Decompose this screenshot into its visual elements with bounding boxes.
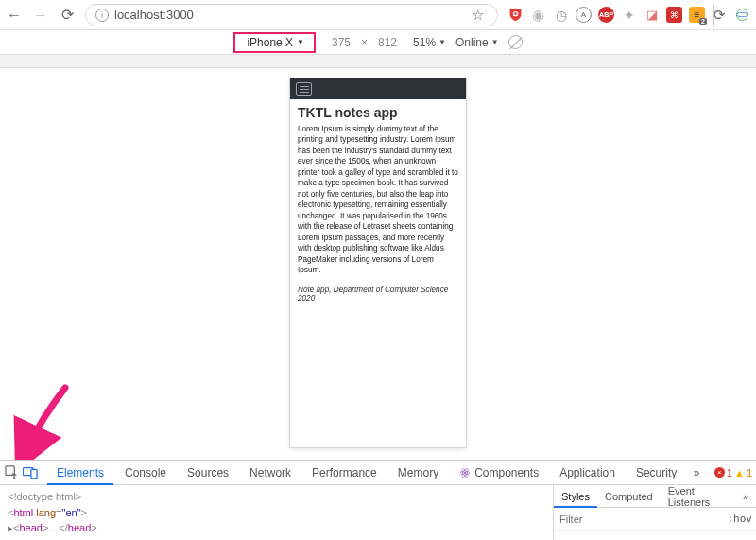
ublock-icon[interactable] — [507, 7, 524, 23]
ext-fingerprint-icon[interactable]: ◉ — [530, 7, 546, 23]
url-text: localhost:3000 — [114, 8, 194, 22]
svg-point-2 — [737, 9, 748, 21]
tab-elements[interactable]: Elements — [47, 461, 113, 485]
styles-panel: Styles Computed Event Listeners » :hov — [553, 485, 756, 540]
svg-point-7 — [464, 472, 466, 474]
page-paragraph: Lorem Ipsum is simply dummy text of the … — [298, 124, 458, 276]
caret-down-icon: ▼ — [438, 38, 446, 46]
zoom-value: 51% — [413, 36, 436, 49]
tab-memory[interactable]: Memory — [388, 461, 448, 485]
device-name: iPhone X — [247, 36, 293, 49]
devtools-body: <!doctype html> <html lang="en"> ▸<head>… — [0, 485, 756, 540]
warning-count[interactable]: ▲1 — [734, 467, 752, 479]
bookmark-star-icon[interactable]: ☆ — [472, 7, 484, 24]
more-tabs-icon[interactable]: » — [688, 466, 705, 479]
caret-down-icon: ▼ — [297, 38, 304, 46]
caret-down-icon: ▼ — [491, 38, 499, 46]
dimensions: 375 × 812 — [325, 36, 404, 49]
reload-icon[interactable]: ⟳ — [59, 6, 76, 24]
times-label: × — [361, 36, 368, 49]
page-footer: Note app, Department of Computer Science… — [298, 286, 458, 303]
app-body: TKTL notes app Lorem Ipsum is simply dum… — [290, 99, 466, 308]
ruler — [0, 55, 756, 68]
source-html-line: <html lang="en"> — [8, 505, 545, 521]
tab-performance[interactable]: Performance — [302, 461, 387, 485]
device-toolbar: iPhone X ▼ 375 × 812 51% ▼ Online ▼ — [0, 30, 756, 55]
ext-globe-icon[interactable] — [734, 7, 750, 23]
device-select[interactable]: iPhone X ▼ — [233, 32, 316, 53]
zoom-select[interactable]: 51% ▼ — [413, 36, 446, 49]
rotate-icon[interactable] — [508, 35, 523, 49]
device-toggle-icon[interactable] — [23, 466, 40, 479]
tab-network[interactable]: Network — [240, 461, 301, 485]
adblock-icon[interactable]: ABP — [598, 7, 614, 23]
svg-point-3 — [737, 12, 748, 17]
ext-red-icon[interactable]: ⌘ — [666, 7, 682, 23]
ext-clock-icon[interactable]: ◷ — [553, 7, 569, 23]
hov-toggle[interactable]: :hov — [724, 513, 757, 525]
menu-icon[interactable] — [296, 82, 312, 96]
throttle-select[interactable]: Online ▼ — [455, 36, 499, 49]
info-icon[interactable]: i — [95, 9, 109, 22]
page-title: TKTL notes app — [298, 105, 458, 120]
tab-listeners[interactable]: Event Listeners — [661, 485, 735, 508]
tab-application[interactable]: Application — [550, 461, 625, 485]
address-bar[interactable]: i localhost:3000 ☆ — [85, 4, 498, 26]
elements-tree[interactable]: <!doctype html> <html lang="en"> ▸<head>… — [0, 485, 553, 540]
tab-styles[interactable]: Styles — [554, 485, 597, 508]
back-icon[interactable]: ← — [6, 7, 23, 24]
error-count[interactable]: ×1 — [714, 467, 732, 479]
forward-icon[interactable]: → — [32, 7, 49, 24]
source-doctype: <!doctype html> — [8, 489, 545, 505]
svg-point-1 — [514, 12, 517, 15]
ext-yellow-icon[interactable]: ≡2 — [689, 7, 705, 23]
svg-rect-6 — [31, 469, 37, 478]
ext-misc2-icon[interactable]: ◪ — [644, 7, 660, 23]
source-head-line: ▸<head>…</head> — [8, 520, 545, 536]
browser-toolbar: ← → ⟳ i localhost:3000 ☆ ◉ ◷ A ABP ✦ ◪ ⌘… — [0, 0, 756, 30]
app-navbar — [290, 78, 466, 99]
tab-security[interactable]: Security — [627, 461, 686, 485]
network-value: Online — [455, 36, 489, 49]
device-frame: TKTL notes app Lorem Ipsum is simply dum… — [290, 78, 466, 447]
tab-console[interactable]: Console — [115, 461, 176, 485]
tab-computed[interactable]: Computed — [597, 485, 661, 508]
ext-misc1-icon[interactable]: ✦ — [621, 7, 637, 23]
emulated-viewport: TKTL notes app Lorem Ipsum is simply dum… — [0, 68, 756, 460]
ext-a-icon[interactable]: A — [576, 7, 592, 23]
styles-filter-input[interactable] — [554, 514, 648, 525]
tab-components[interactable]: Components — [450, 461, 548, 485]
more-side-tabs-icon[interactable]: » — [735, 485, 756, 508]
styles-filter-row: :hov — [554, 508, 756, 531]
devtools: Elements Console Sources Network Perform… — [0, 460, 756, 540]
styles-tabs: Styles Computed Event Listeners » — [554, 485, 756, 508]
width-input[interactable]: 375 — [325, 36, 357, 49]
devtools-tabs: Elements Console Sources Network Perform… — [0, 461, 756, 485]
height-input[interactable]: 812 — [371, 36, 404, 49]
inspect-element-icon[interactable] — [4, 465, 21, 479]
tab-sources[interactable]: Sources — [178, 461, 238, 485]
